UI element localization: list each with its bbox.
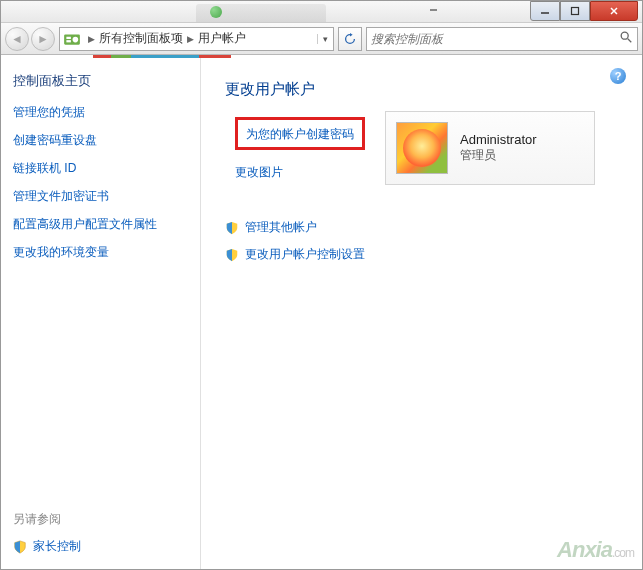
- see-also-label: 另请参阅: [13, 511, 188, 528]
- sidebar-link-encryption-cert[interactable]: 管理文件加密证书: [13, 188, 188, 205]
- breadcrumb-dropdown-icon[interactable]: ▾: [317, 34, 333, 44]
- page-heading: 更改用户帐户: [225, 80, 618, 99]
- user-name: Administrator: [460, 132, 537, 147]
- svg-rect-6: [66, 40, 71, 42]
- sidebar-link-env-vars[interactable]: 更改我的环境变量: [13, 244, 188, 261]
- svg-line-9: [628, 38, 632, 42]
- user-role: 管理员: [460, 147, 537, 164]
- watermark: Anxia.com: [557, 537, 634, 563]
- link-change-uac[interactable]: 更改用户帐户控制设置: [225, 246, 618, 263]
- svg-point-8: [621, 32, 628, 39]
- forward-button[interactable]: ►: [31, 27, 55, 51]
- shield-icon: [13, 540, 27, 554]
- link-change-picture[interactable]: 更改图片: [235, 164, 365, 181]
- shield-icon: [225, 248, 239, 262]
- search-input[interactable]: [371, 32, 619, 46]
- title-bar: [1, 1, 642, 23]
- search-icon: [619, 30, 633, 48]
- sidebar-link-advanced-profile[interactable]: 配置高级用户配置文件属性: [13, 216, 188, 233]
- svg-rect-1: [572, 8, 579, 15]
- sidebar-link-credentials[interactable]: 管理您的凭据: [13, 104, 188, 121]
- breadcrumb-item-current[interactable]: 用户帐户: [198, 30, 246, 47]
- minimize-button[interactable]: [530, 1, 560, 21]
- sidebar-link-online-id[interactable]: 链接联机 ID: [13, 160, 188, 177]
- breadcrumb-separator-icon: ▶: [84, 34, 99, 44]
- address-breadcrumb[interactable]: ▶ 所有控制面板项 ▶ 用户帐户 ▾: [59, 27, 334, 51]
- sidebar: 控制面板主页 管理您的凭据 创建密码重设盘 链接联机 ID 管理文件加密证书 配…: [1, 58, 201, 569]
- parental-control-label: 家长控制: [33, 538, 81, 555]
- navigation-bar: ◄ ► ▶ 所有控制面板项 ▶ 用户帐户 ▾: [1, 23, 642, 55]
- control-panel-icon: [63, 30, 81, 48]
- link-label: 更改用户帐户控制设置: [245, 246, 365, 263]
- background-app-icon: [210, 6, 222, 18]
- sidebar-link-password-reset-disk[interactable]: 创建密码重设盘: [13, 132, 188, 149]
- highlight-annotation: 为您的帐户创建密码: [235, 117, 365, 150]
- search-box[interactable]: [366, 27, 638, 51]
- close-button[interactable]: [590, 1, 638, 21]
- sidebar-link-parental-control[interactable]: 家长控制: [13, 538, 188, 555]
- breadcrumb-item-all[interactable]: 所有控制面板项: [99, 30, 183, 47]
- window-controls: [530, 1, 638, 21]
- user-avatar: [396, 122, 448, 174]
- svg-point-7: [73, 36, 79, 42]
- link-label: 管理其他帐户: [245, 219, 317, 236]
- shield-icon: [225, 221, 239, 235]
- back-button[interactable]: ◄: [5, 27, 29, 51]
- current-user-card: Administrator 管理员: [385, 111, 595, 185]
- refresh-button[interactable]: [338, 27, 362, 51]
- link-create-password[interactable]: 为您的帐户创建密码: [246, 127, 354, 141]
- svg-rect-5: [66, 36, 71, 38]
- background-minimize-hint: [430, 9, 437, 11]
- maximize-button[interactable]: [560, 1, 590, 21]
- help-icon[interactable]: ?: [610, 68, 626, 84]
- breadcrumb-separator-icon: ▶: [183, 34, 198, 44]
- main-pane: ? 更改用户帐户 为您的帐户创建密码 更改图片 Administrator 管理…: [201, 58, 642, 569]
- sidebar-title: 控制面板主页: [13, 72, 188, 90]
- link-manage-other-accounts[interactable]: 管理其他帐户: [225, 219, 618, 236]
